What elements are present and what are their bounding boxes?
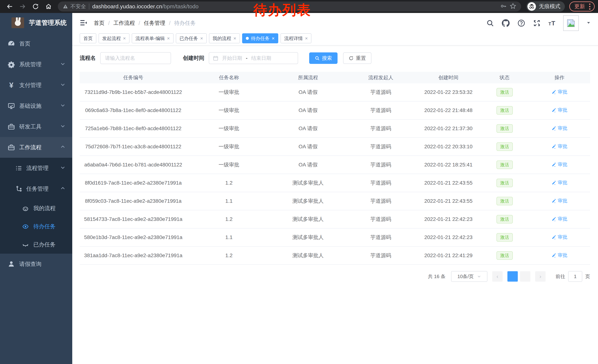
- bookmark-star-icon[interactable]: [510, 3, 516, 10]
- search-icon[interactable]: [486, 19, 494, 27]
- edit-icon: [551, 90, 556, 94]
- cell-task-name: 1.1: [187, 198, 271, 204]
- tab[interactable]: 流程表单-编辑 ×: [132, 33, 174, 43]
- tab[interactable]: 我的流程 ×: [209, 33, 240, 43]
- sidebar-item-my-process[interactable]: 我的流程: [0, 199, 72, 217]
- sidebar-item-todo-tasks[interactable]: 待办任务: [0, 217, 72, 235]
- tab[interactable]: 已办任务 ×: [176, 33, 207, 43]
- chevron-down-icon: [60, 103, 66, 109]
- sidebar-collapse-icon[interactable]: [80, 19, 87, 27]
- caret-down-icon[interactable]: [587, 21, 590, 25]
- reset-button[interactable]: 重置: [343, 52, 371, 64]
- date-range-picker[interactable]: 开始日期 - 结束日期: [209, 52, 298, 64]
- list-icon: [15, 164, 23, 172]
- approve-button[interactable]: 审批: [551, 125, 567, 131]
- status-badge: 激活: [497, 233, 513, 242]
- breadcrumb-workflow[interactable]: 工作流程: [113, 19, 135, 27]
- sidebar-item-infrastructure[interactable]: 基础设施: [0, 96, 72, 116]
- fullscreen-icon[interactable]: [533, 19, 541, 27]
- github-icon[interactable]: [502, 19, 510, 27]
- tab-close-icon[interactable]: ×: [272, 36, 274, 41]
- cell-task-name: 一级审批: [187, 107, 271, 114]
- approve-button[interactable]: 审批: [551, 216, 567, 222]
- process-name-input[interactable]: [100, 52, 171, 64]
- sidebar-item-workflow[interactable]: 工作流程: [0, 137, 72, 158]
- tab-close-icon[interactable]: ×: [305, 36, 308, 41]
- approve-button[interactable]: 审批: [551, 198, 567, 204]
- table-row: 725a1eb6-7b88-11ec-8ef0-acde48001122 一级审…: [80, 120, 590, 138]
- content: 流程名 创建时间 开始日期 - 结束日期 搜索: [72, 46, 598, 364]
- sidebar-item-payment[interactable]: ¥ 支付管理: [0, 75, 72, 96]
- tab[interactable]: 流程详情 ×: [281, 33, 311, 43]
- cell-task-id: 73211d9d-7b9b-11ec-b5b7-acde48001122: [80, 89, 187, 95]
- approve-button[interactable]: 审批: [551, 234, 567, 240]
- cell-starter: 芋道源码: [345, 125, 417, 132]
- cell-starter: 芋道源码: [345, 161, 417, 168]
- cell-task-name: 一级审批: [187, 89, 271, 96]
- col-header-actions: 操作: [529, 74, 590, 81]
- cell-task-id: 381aa1dd-7ac8-11ec-a9e2-a2380e71991a: [80, 252, 187, 259]
- approve-button[interactable]: 审批: [551, 252, 567, 259]
- approve-button[interactable]: 审批: [551, 161, 567, 168]
- font-size-icon[interactable]: TT: [548, 20, 555, 27]
- breadcrumb-task-mgmt[interactable]: 任务管理: [144, 19, 165, 27]
- sidebar: 芋道管理系统 首页 系统管理 ¥ 支付管理: [0, 13, 72, 364]
- key-icon[interactable]: [500, 3, 507, 10]
- cell-process: OA 请假: [271, 89, 345, 96]
- cell-process: 测试多审批人: [271, 216, 345, 223]
- tab-close-icon[interactable]: ×: [233, 36, 236, 41]
- approve-button[interactable]: 审批: [551, 143, 567, 150]
- sidebar-item-system[interactable]: 系统管理: [0, 54, 72, 75]
- help-icon[interactable]: [517, 19, 525, 27]
- page-number-button[interactable]: [520, 271, 530, 282]
- tab[interactable]: 首页: [80, 33, 96, 43]
- cell-created: 2022-01-22 21:48:48: [416, 107, 480, 113]
- sidebar-item-done-tasks[interactable]: 已办任务: [0, 235, 72, 254]
- tab-active-dot: [246, 37, 249, 40]
- tab-close-icon[interactable]: ×: [167, 36, 170, 41]
- goto-page-input[interactable]: [568, 271, 582, 282]
- back-icon[interactable]: [4, 1, 15, 12]
- forward-icon[interactable]: [17, 1, 28, 12]
- page-size-select[interactable]: 10条/页: [451, 271, 487, 282]
- screen: 不安全 dashboard.yudao.iocoder.cn/bpm/task/…: [0, 0, 598, 364]
- tab-close-icon[interactable]: ×: [200, 36, 203, 41]
- approve-button[interactable]: 审批: [551, 179, 567, 186]
- flow-icon: [15, 185, 23, 193]
- sidebar-item-devtools[interactable]: 研发工具: [0, 116, 72, 137]
- cell-process: OA 请假: [271, 107, 345, 114]
- insecure-label: 不安全: [70, 3, 86, 10]
- table-row: 58154733-7ac8-11ec-a9e2-a2380e71991a 1.2…: [80, 210, 590, 228]
- col-header-task-name: 任务名称: [187, 74, 271, 81]
- reload-icon[interactable]: [30, 1, 41, 12]
- approve-button[interactable]: 审批: [551, 107, 567, 113]
- browser-menu-icon[interactable]: [588, 4, 592, 10]
- cell-starter: 芋道源码: [345, 107, 417, 114]
- tab-close-icon[interactable]: ×: [123, 36, 126, 41]
- prev-page-button[interactable]: ‹: [492, 271, 503, 282]
- cell-task-id: 75d72608-7b7f-11ec-a3c8-acde48001122: [80, 144, 187, 150]
- eye-closed-icon: [22, 241, 29, 249]
- filter-form: 流程名 创建时间 开始日期 - 结束日期 搜索: [80, 52, 590, 64]
- sidebar-item-task-mgmt[interactable]: 任务管理: [0, 178, 72, 199]
- breadcrumb-home[interactable]: 首页: [94, 19, 105, 27]
- tab[interactable]: 发起流程 ×: [99, 33, 130, 43]
- sidebar-item-process-mgmt[interactable]: 流程管理: [0, 158, 72, 178]
- home-icon[interactable]: [43, 1, 54, 12]
- cell-process: 测试多审批人: [271, 198, 345, 205]
- todo-table: 任务编号 任务名称 所属流程 流程发起人 创建时间 状态 操作 73211d9d…: [80, 72, 590, 265]
- avatar[interactable]: [563, 15, 579, 31]
- sidebar-item-home[interactable]: 首页: [0, 33, 72, 54]
- update-button[interactable]: 更新: [569, 1, 595, 11]
- sidebar-item-leave-query[interactable]: 请假查询: [0, 254, 72, 274]
- approve-button[interactable]: 审批: [551, 89, 567, 95]
- search-button[interactable]: 搜索: [309, 52, 338, 64]
- next-page-button[interactable]: ›: [535, 271, 546, 282]
- cell-process: 测试多审批人: [271, 252, 345, 259]
- status-badge: 激活: [497, 161, 513, 169]
- robot-face-icon: [22, 204, 29, 212]
- annotation-overlay: 待办列表: [253, 2, 311, 18]
- page-number-button[interactable]: [507, 271, 518, 282]
- toolbox-icon: [8, 123, 15, 130]
- tab[interactable]: 待办任务 ×: [242, 33, 278, 43]
